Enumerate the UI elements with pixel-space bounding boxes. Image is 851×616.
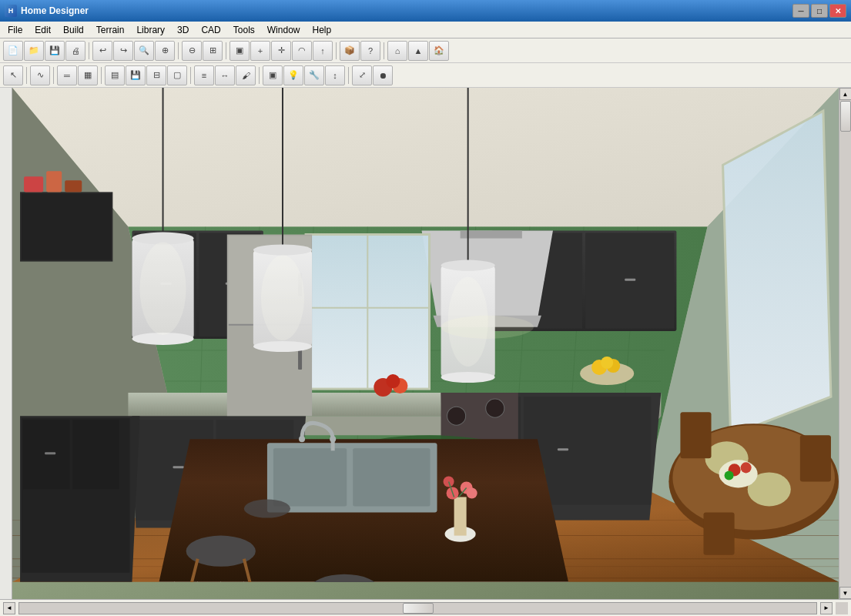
svg-point-100 xyxy=(467,487,477,498)
toolbar-button-move[interactable]: ✛ xyxy=(271,41,291,61)
title-bar-left: H Home Designer xyxy=(5,5,89,17)
toolbar-button-arc[interactable]: ◠ xyxy=(292,41,312,61)
toolbar-button-house[interactable]: ⌂ xyxy=(387,41,407,61)
toolbar2-button-dimension[interactable]: ↔ xyxy=(215,65,235,85)
svg-rect-130 xyxy=(72,420,119,489)
main-area: ▲ ▼ xyxy=(0,88,851,599)
svg-point-93 xyxy=(299,436,305,442)
title-bar-controls: ─ □ ✕ xyxy=(792,4,846,18)
toolbar-button-new[interactable]: 📄 xyxy=(3,41,23,61)
toolbar-button-break[interactable]: + xyxy=(250,41,270,61)
toolbar-button-open[interactable]: 📁 xyxy=(24,41,44,61)
svg-point-80 xyxy=(441,260,495,271)
svg-point-134 xyxy=(386,374,400,388)
minimize-button[interactable]: ─ xyxy=(792,4,809,18)
toolbar-button-zoom-in2[interactable]: ⊕ xyxy=(155,41,175,61)
app-title: Home Designer xyxy=(21,5,89,16)
menu-item-edit[interactable]: Edit xyxy=(28,23,57,37)
toolbar2-button-window2[interactable]: ▢ xyxy=(167,65,187,85)
toolbar2-separator xyxy=(348,67,349,84)
scroll-down-button[interactable]: ▼ xyxy=(839,587,852,599)
viewport[interactable] xyxy=(12,88,839,599)
menu-item-build[interactable]: Build xyxy=(57,23,90,37)
toolbar-separator xyxy=(89,42,89,59)
toolbar2-button-room[interactable]: ▦ xyxy=(78,65,98,85)
svg-point-58 xyxy=(447,407,466,425)
menu-item-cad[interactable]: CAD xyxy=(195,23,226,37)
svg-rect-126 xyxy=(65,180,82,192)
toolbar2-button-material[interactable]: ▣ xyxy=(263,65,283,85)
toolbar-button-items[interactable]: 📦 xyxy=(340,41,360,61)
toolbar-button-select-all[interactable]: ▣ xyxy=(230,41,250,61)
toolbar-separator xyxy=(384,42,384,59)
title-bar: H Home Designer ─ □ ✕ xyxy=(0,0,851,22)
toolbar2-button-move2[interactable]: ↕ xyxy=(325,65,345,85)
toolbar-button-toolbar-house[interactable]: 🏠 xyxy=(429,41,449,61)
toolbar-button-print[interactable]: 🖨 xyxy=(65,41,85,61)
toolbar-button-zoom-in[interactable]: 🔍 xyxy=(134,41,154,61)
menu-bar: FileEditBuildTerrainLibrary3DCADToolsWin… xyxy=(0,22,851,38)
svg-marker-19 xyxy=(723,111,831,435)
toolbar2-button-wall[interactable]: ═ xyxy=(57,65,77,85)
scroll-thumb[interactable] xyxy=(840,101,851,132)
toolbar-button-roof[interactable]: ▲ xyxy=(408,41,428,61)
toolbar2-button-select[interactable]: ↖ xyxy=(3,65,23,85)
menu-item-file[interactable]: File xyxy=(2,23,28,37)
scroll-left-button[interactable]: ◄ xyxy=(3,602,15,614)
maximize-button[interactable]: □ xyxy=(811,4,828,18)
toolbar-button-redo[interactable]: ↪ xyxy=(113,41,133,61)
left-ruler xyxy=(0,88,12,599)
toolbar-button-fit[interactable]: ⊞ xyxy=(203,41,223,61)
h-scroll-thumb[interactable] xyxy=(403,603,434,614)
toolbar2-button-cabinet[interactable]: ▤ xyxy=(105,65,125,85)
menu-item-terrain[interactable]: Terrain xyxy=(90,23,131,37)
status-bar: ◄ ► xyxy=(0,599,851,616)
svg-rect-49 xyxy=(173,466,184,468)
svg-rect-120 xyxy=(800,435,831,481)
toolbar-button-arrow[interactable]: ↑ xyxy=(313,41,333,61)
svg-point-118 xyxy=(725,470,734,480)
toolbar2-button-transform[interactable]: ⤢ xyxy=(352,65,372,85)
scroll-track[interactable] xyxy=(839,100,852,587)
scroll-right-button[interactable]: ► xyxy=(820,602,833,614)
toolbar2-button-light[interactable]: 💡 xyxy=(283,65,303,85)
toolbar2-button-paint[interactable]: 🖌 xyxy=(236,65,256,85)
menu-item-window[interactable]: Window xyxy=(261,23,307,37)
svg-rect-90 xyxy=(273,448,347,506)
horizontal-scrollbar[interactable] xyxy=(18,602,817,614)
toolbar2-button-polyline[interactable]: ∿ xyxy=(30,65,50,85)
toolbar2-separator xyxy=(259,67,260,84)
toolbar2-button-stairs[interactable]: ≡ xyxy=(194,65,214,85)
toolbar-button-undo[interactable]: ↩ xyxy=(92,41,112,61)
toolbar-separator xyxy=(226,42,226,59)
svg-marker-0 xyxy=(12,88,839,227)
svg-rect-131 xyxy=(45,452,55,454)
menu-item-library[interactable]: Library xyxy=(130,23,171,37)
menu-item-3d[interactable]: 3D xyxy=(171,23,195,37)
menu-item-tools[interactable]: Tools xyxy=(227,23,261,37)
menu-item-help[interactable]: Help xyxy=(306,23,337,37)
toolbar2-button-floor[interactable]: ⊟ xyxy=(146,65,166,85)
svg-rect-56 xyxy=(558,448,568,450)
toolbar-button-zoom-out[interactable]: ⊖ xyxy=(182,41,202,61)
toolbar-button-save[interactable]: 💾 xyxy=(45,41,65,61)
close-button[interactable]: ✕ xyxy=(829,4,846,18)
toolbar-primary: 📄📁💾🖨↩↪🔍⊕⊖⊞▣+✛◠↑📦?⌂▲🏠 xyxy=(0,38,851,63)
svg-point-76 xyxy=(253,341,312,352)
toolbar2-separator xyxy=(26,67,27,84)
svg-point-81 xyxy=(441,372,495,383)
toolbar2-button-tools2[interactable]: 🔧 xyxy=(304,65,324,85)
scroll-up-button[interactable]: ▲ xyxy=(839,88,852,100)
toolbar2-button-save2[interactable]: 💾 xyxy=(126,65,146,85)
toolbar-separator xyxy=(178,42,179,59)
toolbar2-button-record[interactable]: ⏺ xyxy=(373,65,393,85)
svg-point-117 xyxy=(741,462,752,473)
svg-point-77 xyxy=(261,256,304,340)
svg-rect-125 xyxy=(46,171,62,192)
svg-rect-91 xyxy=(353,448,430,506)
svg-point-72 xyxy=(139,243,186,335)
toolbar2-separator xyxy=(53,67,54,84)
toolbar2-separator xyxy=(101,67,102,84)
toolbar-button-help2[interactable]: ? xyxy=(360,41,380,61)
svg-rect-119 xyxy=(680,412,711,458)
